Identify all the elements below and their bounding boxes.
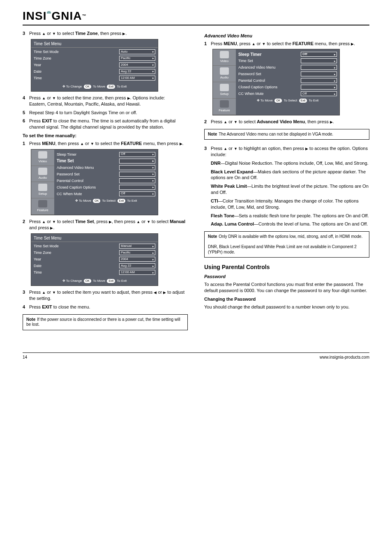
menu-footer: To Change OK To Move Exit To Exit: [31, 83, 158, 91]
option-cti: CTI—Color Transition Intensity. Manages …: [211, 198, 369, 210]
menu-value: Pacific▸: [119, 56, 155, 61]
menu-row: Parental Control▸: [57, 177, 155, 184]
right-icon: [50, 226, 53, 230]
menu-row: Year2004▸: [34, 256, 155, 263]
menu-row: Parental Control▸: [238, 77, 337, 84]
menu-row: Password Set▸: [238, 71, 337, 77]
audio-icon: [38, 168, 47, 175]
page-footer: 14 www.insignia-products.com: [23, 352, 369, 360]
up-icon: [224, 146, 227, 151]
step-body: Press EXIT to close the menu.: [29, 304, 188, 310]
down-icon: [147, 219, 150, 224]
note-box-3: Note Only DNR is available with the opti…: [204, 231, 369, 258]
step-number: 4: [23, 95, 29, 107]
right-icon: [305, 146, 308, 151]
footer-url: www.insignia-products.com: [320, 355, 369, 360]
menu-row: DateAug 22▸: [34, 263, 155, 269]
menu-row: Time ZonePacific▸: [34, 55, 155, 62]
setup-icon: [220, 84, 229, 91]
right-icon: [127, 96, 130, 101]
video-icon: [220, 51, 229, 58]
step-6a: 6 Press EXIT to close the menu. The time…: [23, 118, 188, 130]
sidebar-setup: Setup: [31, 182, 54, 198]
sidebar-setup: Setup: [213, 82, 236, 99]
feature-icon: [220, 100, 229, 108]
menu-title: Time Set Menu: [31, 234, 158, 242]
right-icon: [122, 31, 125, 36]
menu-value: 2004▸: [119, 62, 155, 67]
avm-head: Advanced Video Menu: [204, 33, 369, 39]
note-box-2: Note The Advanced Video menu can not be …: [204, 129, 369, 140]
step-3a: 3 Press or to select Time Zone, then pre…: [23, 30, 188, 37]
step-body: Press MENU, then press or to select the …: [29, 140, 188, 147]
right-icon: [180, 141, 182, 146]
step-number: 4: [23, 304, 29, 310]
step-body: Press or to select Time Zone, then press…: [29, 30, 188, 37]
option-dnr: DNR—Digital Noise Reduction. The options…: [211, 160, 369, 166]
step-2b: 2 Press or to select Time Set, press , t…: [23, 219, 188, 231]
feature-menu-screenshot: Video Audio Setup Feature Sleep TimerOff…: [31, 149, 158, 215]
menu-sidebar: Video Audio Setup Feature: [213, 49, 236, 115]
option-adap: Adap. Luma Control—Controls the level of…: [211, 221, 369, 227]
menu-footer: To Move OK To Select Exit To Exit: [238, 97, 337, 105]
up-icon: [136, 219, 140, 224]
right-icon: [351, 41, 354, 46]
step-body: Press or to select Time Set, press , the…: [29, 219, 188, 231]
up-icon: [224, 120, 227, 124]
feature-icon: [38, 200, 47, 207]
menu-row: Time Set ModeAuto▸: [34, 48, 155, 55]
up-icon: [42, 31, 46, 36]
time-set-auto-screenshot: Time Set Menu Time Set ModeAuto▸ Time Zo…: [31, 39, 158, 92]
step-number: 2: [23, 219, 29, 231]
step-number: 5: [23, 110, 29, 116]
step-3b: 3 Press or to select the item you want t…: [23, 289, 188, 302]
menu-title: Time Set Menu: [31, 39, 158, 48]
step-2r: 2 Press or to select Advanced Video Menu…: [204, 119, 369, 125]
option-black: Black Level Expand—Makes dark sections o…: [211, 169, 369, 181]
change-password-para: You should change the default password t…: [204, 304, 369, 310]
up-icon: [42, 290, 46, 295]
section-parental: Using Parental Controls: [204, 263, 369, 271]
left-column: 3 Press or to select Time Zone, then pre…: [23, 30, 188, 336]
right-column: Advanced Video Menu 1 Press MENU, press …: [204, 30, 369, 336]
right-icon: [109, 219, 112, 224]
sidebar-audio: Audio: [31, 166, 54, 182]
step-4b: 4 Press EXIT to close the menu.: [23, 304, 188, 310]
menu-row: CC When MuteOff▸: [238, 90, 337, 97]
time-set-manual-screenshot: Time Set Menu Time Set ModeManual▸ Time …: [31, 233, 158, 286]
note-text-a: Only DNR is available with the options l…: [219, 234, 362, 239]
sidebar-feature: Feature: [31, 198, 54, 215]
menu-row: Time Set▸: [238, 58, 337, 64]
page-number: 14: [23, 355, 27, 360]
menu-value: Aug 22▸: [119, 69, 155, 74]
step-body: Press or to highlight an option, then pr…: [211, 145, 369, 158]
menu-row: Sleep TimerOff▸: [57, 151, 155, 158]
menu-row-highlight: Sleep TimerOff▸: [238, 51, 337, 58]
menu-row: CC When MuteOff▸: [57, 191, 155, 197]
sidebar-video: Video: [31, 150, 54, 166]
step-body: Press or to select the item you want to …: [29, 289, 188, 302]
up-icon: [42, 96, 46, 101]
change-password-head: Changing the Password: [204, 296, 369, 302]
sidebar-audio: Audio: [213, 66, 236, 82]
step-1r: 1 Press MENU, press or to select the FEA…: [204, 41, 369, 47]
option-flesh: Flesh Tone—Sets a realistic flesh tone f…: [211, 213, 369, 219]
step-number: 6: [23, 118, 29, 130]
menu-row: Password Set▸: [57, 171, 155, 177]
menu-row: Closed Caption Options▸: [57, 184, 155, 191]
up-icon: [80, 141, 84, 146]
down-icon: [52, 290, 56, 295]
exit-pill: Exit: [107, 85, 115, 89]
step-1b: 1 Press MENU, then press or to select th…: [23, 140, 188, 147]
menu-sidebar: Video Audio Setup Feature: [31, 150, 54, 215]
menu-row: Advanced Video Menu▸: [57, 164, 155, 171]
password-subhead: Password: [204, 274, 369, 280]
menu-row: Time ZonePacific▸: [34, 249, 155, 256]
sidebar-feature: Feature: [213, 99, 236, 115]
manual-head: To set the time manually:: [23, 133, 188, 139]
down-icon: [234, 120, 238, 124]
note-box-1: Note If the power source is disconnected…: [23, 314, 188, 330]
step-body: Repeat Step 4 to turn Daylight Savings T…: [29, 110, 188, 116]
menu-row: Time12:00 AM▸: [34, 75, 155, 81]
step-number: 3: [23, 30, 29, 37]
